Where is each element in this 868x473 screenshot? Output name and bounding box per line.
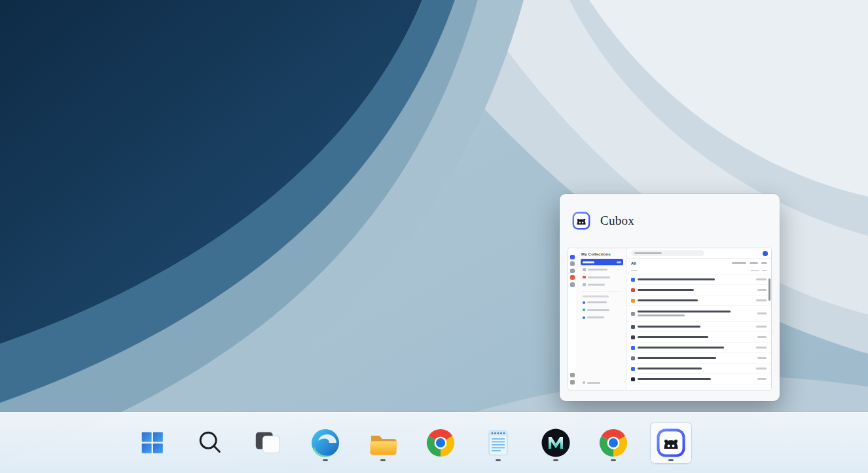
sidebar-item[interactable]	[581, 267, 623, 273]
thumb-colhead-right	[751, 270, 767, 272]
article-row[interactable]	[627, 332, 771, 343]
running-indicator	[496, 459, 501, 462]
article-date	[757, 378, 767, 380]
thumb-main: All	[627, 248, 771, 390]
sidebar-item[interactable]	[581, 274, 623, 280]
rail-icon[interactable]	[570, 373, 575, 377]
title-bar	[638, 368, 702, 369]
item-icon	[583, 283, 586, 286]
running-indicator	[323, 459, 328, 462]
thumb-topbar	[627, 248, 771, 259]
toolbar-control[interactable]	[750, 262, 758, 264]
task-view-button[interactable]	[247, 422, 289, 464]
thumb-sidebar-rows	[581, 259, 623, 322]
article-favicon	[631, 356, 635, 360]
article-date	[757, 312, 767, 314]
edge-button[interactable]	[304, 422, 346, 464]
m-logo-app-button[interactable]	[535, 422, 577, 464]
title-bar	[638, 299, 698, 301]
rail-icon[interactable]	[570, 261, 575, 266]
collection-dot	[583, 301, 585, 304]
article-favicon	[631, 335, 635, 339]
notepad-button[interactable]	[477, 422, 519, 464]
sidebar-item[interactable]	[581, 307, 623, 313]
article-row[interactable]	[627, 306, 771, 322]
sidebar-item[interactable]	[581, 314, 623, 321]
article-favicon	[631, 377, 635, 381]
article-row[interactable]	[627, 364, 771, 374]
add-button[interactable]	[763, 251, 769, 257]
article-title	[638, 299, 698, 301]
start-button[interactable]	[132, 422, 173, 464]
rail-icon[interactable]	[570, 275, 575, 280]
title-bar	[638, 278, 715, 280]
article-title	[638, 357, 716, 359]
article-title	[638, 311, 731, 316]
cubox-app-icon	[571, 211, 591, 231]
collection-dot	[583, 316, 585, 319]
chrome-button[interactable]	[420, 422, 461, 464]
article-title	[638, 368, 702, 369]
article-date	[757, 289, 767, 291]
sidebar-item[interactable]	[581, 299, 623, 306]
article-row[interactable]	[627, 343, 771, 353]
article-title	[638, 278, 715, 280]
chrome-icon	[598, 427, 629, 459]
title-bar	[638, 347, 724, 349]
article-favicon	[631, 367, 635, 371]
search-button[interactable]	[189, 422, 231, 464]
thumb-sidebar: My Collections	[577, 248, 627, 390]
running-indicator	[668, 459, 674, 462]
article-favicon	[631, 299, 635, 303]
running-indicator	[611, 459, 616, 462]
list-title: All	[631, 261, 636, 265]
article-favicon	[631, 346, 635, 350]
running-indicator	[553, 459, 558, 462]
thumb-rail-bottom	[570, 371, 575, 387]
thumb-toolbar: All	[627, 259, 771, 267]
running-indicator	[380, 459, 386, 462]
toolbar-control[interactable]	[761, 262, 767, 264]
article-title	[638, 336, 708, 338]
rail-icon[interactable]	[570, 255, 575, 259]
article-title	[638, 378, 711, 380]
item-bar	[588, 276, 610, 278]
article-title	[638, 347, 724, 349]
sidebar-bottom-row[interactable]	[581, 379, 623, 386]
taskbar-preview-card[interactable]: Cubox My Collections All	[560, 194, 780, 401]
file-explorer-button[interactable]	[362, 422, 404, 464]
item-bar	[588, 284, 605, 286]
article-row[interactable]	[627, 322, 771, 332]
search-placeholder-bar	[634, 252, 662, 254]
rail-icon[interactable]	[570, 282, 575, 287]
window-thumbnail[interactable]: My Collections All	[568, 248, 772, 390]
m-logo-icon	[540, 427, 571, 459]
article-row[interactable]	[627, 295, 771, 306]
search-input[interactable]	[631, 250, 704, 256]
item-icon	[583, 276, 586, 279]
notepad-icon	[482, 427, 514, 459]
cubox-button[interactable]	[650, 422, 692, 464]
chrome-2-button[interactable]	[592, 422, 634, 464]
count-badge	[617, 261, 621, 263]
rail-icon[interactable]	[570, 269, 575, 273]
item-bar	[583, 261, 594, 263]
sidebar-item[interactable]	[581, 282, 623, 288]
toolbar-control[interactable]	[732, 262, 746, 264]
scrollbar-thumb[interactable]	[769, 278, 770, 301]
desktop[interactable]: { "preview_card": { "app_name": "Cubox",…	[0, 0, 868, 473]
article-row[interactable]	[627, 353, 771, 364]
sidebar-item[interactable]	[581, 259, 623, 265]
thumb-column-header	[627, 267, 771, 274]
rail-icon[interactable]	[570, 380, 575, 385]
article-row[interactable]	[627, 374, 771, 385]
task-view-icon	[253, 428, 283, 458]
article-row[interactable]	[627, 285, 771, 295]
article-date	[756, 299, 767, 301]
article-date	[756, 326, 767, 328]
article-title	[638, 289, 694, 291]
title-bar	[638, 289, 694, 291]
sidebar-header: My Collections	[581, 252, 623, 256]
article-row[interactable]	[627, 274, 771, 285]
article-title	[638, 326, 700, 328]
